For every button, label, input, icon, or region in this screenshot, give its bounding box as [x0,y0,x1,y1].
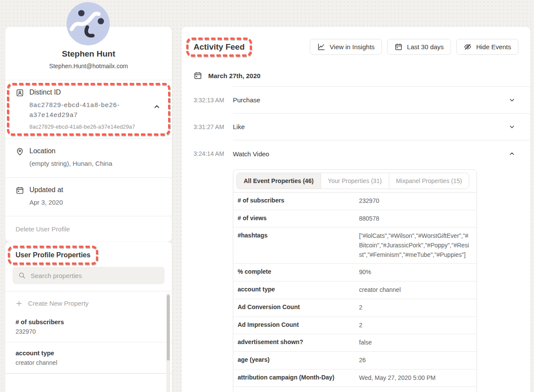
property-name: # of subscribers [16,319,162,326]
user-profile-properties-card: User Profile Properties Search propertie… [5,242,172,392]
table-row: advertisement shown? false [233,334,477,352]
user-name: Stephen Hunt [16,49,162,59]
plus-icon [16,300,22,307]
tab-mixpanel-properties[interactable]: Mixpanel Properties (15) [389,173,469,189]
line-chart-icon [317,43,325,51]
chevron-up-icon[interactable] [153,103,161,111]
delete-user-profile-button[interactable]: Delete User Profile [5,216,172,242]
property-name: age (years) [233,352,359,369]
distinct-id-label: Distinct ID [29,89,61,96]
table-row: Ad Conversion Count 2 [233,299,477,317]
updated-at-label: Updated at [29,186,63,194]
table-row: % complete 90% [233,264,477,281]
property-value: creator channel [16,359,162,366]
eye-off-icon [464,43,472,51]
property-name: # of views [233,210,359,228]
distinct-id-value: 8ac27829-ebcd-41a8-be26-a37e14ed29a7 [29,100,130,120]
calendar-icon [394,43,403,51]
scrollbar-thumb[interactable] [167,295,170,360]
property-name: Ad Conversion Count [233,299,359,316]
date-range-button[interactable]: Last 30 days [387,39,451,55]
property-value: 2 [359,299,477,316]
user-avatar [66,2,110,46]
event-properties-panel: All Event Properties (46) Your Propertie… [233,169,477,392]
event-time: 3:31:27 AM [194,114,233,140]
table-row: # of views 880578 [233,210,477,228]
calendar-icon [194,71,202,80]
tab-all-event-properties[interactable]: All Event Properties (46) [237,173,321,189]
activity-feed-card: Activity Feed View in Insights Last 30 d… [181,27,531,392]
event-name: Watch Video [233,150,269,158]
table-row: age (years) 26 [233,352,477,370]
event-properties-table: # of subscribers 232970 # of views 88057… [233,193,477,392]
activity-feed-title: Activity Feed [186,38,252,57]
chevron-down-icon[interactable] [509,123,515,130]
event-expander[interactable]: Like [233,114,531,140]
properties-list: Create New Property # of subscribers 232… [5,291,172,392]
distinct-id-value-small: 8ac27829-ebcd-41a8-be26-a37e14ed29a7 [29,124,162,130]
property-name: attribution campaign (Month-Day) [233,370,359,387]
hide-events-button[interactable]: Hide Events [456,39,518,55]
location-section: Location (empty string), Hunan, China [5,139,172,178]
chevron-down-icon[interactable] [509,97,515,104]
updated-at-section: Updated at Apr 3, 2020 [5,178,172,217]
distinct-id-section: Distinct ID 8ac27829-ebcd-41a8-be26-a37e… [5,80,172,139]
property-name: account type [233,281,359,299]
chevron-up-icon[interactable] [509,150,515,157]
updated-at-value: Apr 3, 2020 [29,198,162,208]
property-name: #hashtags [233,228,359,263]
date-header: March 27th, 2020 [181,55,531,86]
mixpanel-user-profile-page: { "profile": { "name": "Stephen Hunt", "… [0,0,534,392]
property-value: 880578 [359,210,477,228]
property-item[interactable]: account type creator channel [5,342,172,373]
property-name: attribution channel [233,387,359,392]
property-value: 26 [359,352,477,369]
user-profile-card: Stephen Hunt Stephen.Hunt@hotmailx.com D… [5,27,172,242]
table-row: account type creator channel [233,281,477,299]
properties-title: User Profile Properties [8,246,98,265]
property-value: ["#lolCats","#Wilson","#WorstGiftEver","… [359,228,477,263]
event-row: 3:24:14 AM Watch Video [194,140,531,167]
location-value: (empty string), Hunan, China [29,159,162,169]
location-label: Location [29,147,56,155]
event-time: 3:24:14 AM [194,140,233,167]
tab-your-properties[interactable]: Your Properties (31) [321,173,389,189]
property-name: Ad Impression Count [233,317,359,334]
table-row: attribution campaign (Month-Day) Wed, Ma… [233,370,477,387]
event-row: 3:31:27 AM Like [194,114,531,140]
search-placeholder: Search properties [31,272,82,279]
user-email: Stephen.Hunt@hotmailx.com [16,63,162,70]
search-properties-input[interactable]: Search properties [13,267,165,284]
property-value: 232970 [16,328,162,335]
event-properties-tabbar: All Event Properties (46) Your Propertie… [233,170,477,193]
create-new-property-button[interactable]: Create New Property [5,291,172,311]
event-expander[interactable]: Purchase [233,87,531,114]
table-row: # of subscribers 232970 [233,193,477,210]
view-in-insights-button[interactable]: View in Insights [310,39,382,55]
event-row: 3:32:13 AM Purchase [194,87,531,114]
property-name: account type [16,350,162,357]
properties-header: User Profile Properties [5,242,172,266]
event-time: 3:32:13 AM [194,87,233,114]
property-name: % complete [233,264,359,281]
property-value: Facebook [359,387,477,392]
property-name: advertisement shown? [233,334,359,351]
event-name: Purchase [233,96,260,104]
id-badge-icon [16,89,24,97]
event-expander[interactable]: Watch Video [233,140,531,167]
event-name: Like [233,123,245,130]
property-value: creator channel [359,281,477,299]
property-value: 232970 [359,193,477,210]
calendar-icon [16,186,24,195]
date-header-label: March 27th, 2020 [208,72,261,79]
location-pin-icon [16,147,24,156]
property-value: false [359,334,477,351]
property-value: Wed, May 27, 2020 5:00 PM [359,370,477,387]
search-icon [18,272,26,279]
property-value: 2 [359,317,477,334]
property-value: 90% [359,264,477,281]
table-row: attribution channel Facebook [233,387,477,392]
property-item[interactable]: # of subscribers 232970 [5,311,172,342]
table-row: Ad Impression Count 2 [233,317,477,335]
property-name: # of subscribers [233,193,359,210]
